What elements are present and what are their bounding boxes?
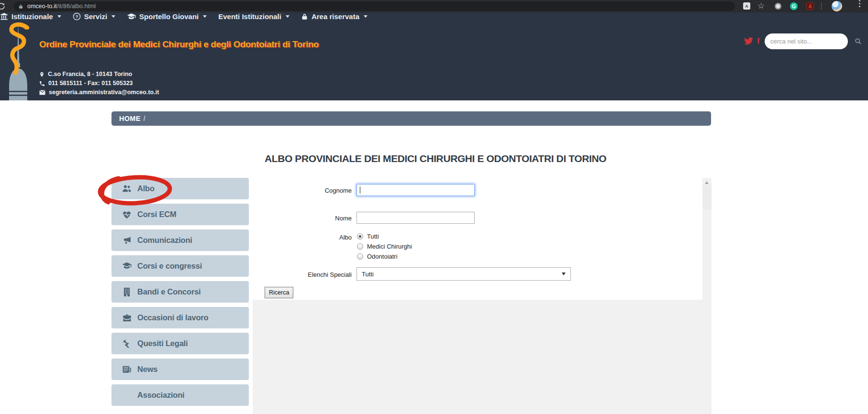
header-social-links: f bbox=[744, 37, 760, 45]
sidebar-item-label: News bbox=[137, 365, 157, 374]
lock-icon bbox=[301, 13, 308, 21]
nav-item-servizi[interactable]: ? Servizi bbox=[73, 12, 115, 21]
facebook-icon[interactable]: f bbox=[757, 37, 760, 45]
radio-icon[interactable] bbox=[357, 253, 363, 260]
sidebar-item-label: Associazioni bbox=[137, 391, 184, 400]
sidebar-item-news[interactable]: News bbox=[111, 359, 249, 380]
albo-label: Albo bbox=[285, 234, 352, 241]
url-domain: omceo-to.it bbox=[27, 3, 57, 10]
graduation-cap-icon bbox=[127, 13, 136, 21]
mole-antonelliana-logo[interactable] bbox=[5, 21, 32, 102]
albo-option-odontoiatri[interactable]: Odontoiatri bbox=[357, 253, 398, 260]
screenshot-root: omceo-to.it/it/86/albo.html A ☆ G A bbox=[0, 0, 868, 414]
cognome-input[interactable] bbox=[356, 184, 475, 196]
site-search bbox=[765, 33, 848, 49]
sidebar-item-bandi-e-concorsi[interactable]: Bandi e Concorsi bbox=[111, 281, 249, 303]
albo-option-medici-chirurghi[interactable]: Medici Chirurghi bbox=[357, 243, 412, 250]
sidebar-item-label: Bandi e Concorsi bbox=[137, 287, 201, 296]
grammarly-extension-icon[interactable]: G bbox=[790, 2, 798, 10]
ricerca-button[interactable]: Ricerca bbox=[265, 287, 293, 298]
address-bar[interactable]: omceo-to.it/it/86/albo.html bbox=[13, 1, 735, 11]
newspaper-icon bbox=[121, 365, 133, 373]
site-search-input[interactable] bbox=[770, 38, 855, 45]
radio-selected-icon[interactable] bbox=[357, 233, 363, 240]
svg-text:?: ? bbox=[75, 14, 78, 19]
radio-label: Tutti bbox=[367, 233, 379, 240]
nav-item-sportello-giovani[interactable]: Sportello Giovani bbox=[127, 12, 207, 21]
page-title: ALBO PROVINCIALE DEI MEDICI CHIRURGHI E … bbox=[265, 153, 606, 164]
contact-phone: 011 5815111 - Fax: 011 505323 bbox=[48, 79, 133, 88]
chevron-down-icon bbox=[57, 15, 61, 18]
nav-item-area-riservata[interactable]: Area riservata bbox=[301, 12, 367, 21]
twitter-icon[interactable] bbox=[744, 37, 753, 45]
sidebar-item-label: Comunicazioni bbox=[137, 236, 192, 245]
nav-label: Sportello Giovani bbox=[139, 12, 199, 21]
sidebar-item-comunicazioni[interactable]: Comunicazioni bbox=[111, 229, 249, 251]
sidebar-item-quesiti-legali[interactable]: Quesiti Legali bbox=[111, 333, 249, 354]
megaphone-icon bbox=[121, 236, 133, 245]
elenchi-speciali-label: Elenchi Speciali bbox=[285, 271, 352, 278]
phone-icon bbox=[39, 81, 45, 87]
heartbeat-icon bbox=[121, 210, 133, 219]
sidebar-item-corsi-ecm[interactable]: Corsi ECM bbox=[111, 204, 249, 225]
gavel-icon bbox=[121, 339, 133, 348]
browser-toolbar: omceo-to.it/it/86/albo.html A ☆ G A bbox=[0, 0, 868, 12]
sidebar-item-label: Corsi ECM bbox=[137, 210, 177, 219]
iframe-scrollbar[interactable] bbox=[702, 178, 712, 414]
cognome-label: Cognome bbox=[285, 187, 352, 194]
sidebar-item-label: Quesiti Legali bbox=[137, 339, 188, 348]
acrobat-extension-icon[interactable]: A bbox=[806, 2, 814, 10]
nav-label: Servizi bbox=[84, 12, 107, 21]
browser-menu-icon[interactable] bbox=[859, 3, 860, 4]
sidebar-item-label: Corsi e congressi bbox=[137, 261, 202, 271]
nome-label: Nome bbox=[285, 215, 352, 222]
nome-input[interactable] bbox=[356, 212, 475, 224]
graduation-cap-icon bbox=[121, 262, 133, 270]
breadcrumb: HOME / bbox=[111, 111, 711, 126]
sidebar-item-occasioni-di-lavoro[interactable]: Occasioni di lavoro bbox=[111, 307, 249, 328]
sidebar-item-associazioni[interactable]: Associazioni bbox=[111, 384, 249, 406]
radio-icon[interactable] bbox=[357, 243, 363, 250]
padlock-icon bbox=[18, 3, 23, 10]
nav-label: Istituzionale bbox=[11, 12, 53, 21]
chevron-down-icon bbox=[203, 15, 207, 18]
toolbar-divider bbox=[821, 2, 822, 10]
select-value: Tutti bbox=[362, 271, 374, 278]
sidebar-item-label: Albo bbox=[137, 184, 155, 193]
nav-label: Eventi Istituzionali bbox=[218, 12, 281, 21]
breadcrumb-separator: / bbox=[144, 115, 145, 122]
nav-item-istituzionale[interactable]: Istituzionale bbox=[0, 12, 61, 21]
scrollbar-thumb[interactable] bbox=[702, 185, 712, 209]
bookmark-star-icon[interactable]: ☆ bbox=[757, 1, 765, 11]
contact-email[interactable]: segreteria.amministrativa@omceo.to.it bbox=[49, 88, 159, 97]
contact-address: C.so Francia, 8 - 10143 Torino bbox=[48, 70, 132, 79]
sidebar-item-albo[interactable]: Albo bbox=[111, 178, 249, 199]
radio-label: Medici Chirurghi bbox=[367, 243, 412, 250]
search-icon[interactable] bbox=[855, 38, 862, 45]
radio-label: Odontoiatri bbox=[367, 253, 398, 260]
cognome-field-wrap bbox=[356, 184, 475, 196]
reload-icon[interactable] bbox=[0, 2, 6, 11]
site-title[interactable]: Ordine Provinciale dei Medici Chirurghi … bbox=[39, 39, 319, 50]
question-circle-icon: ? bbox=[73, 12, 81, 21]
extension-icon[interactable] bbox=[775, 3, 781, 10]
main-navigation: Istituzionale ? Servizi Sportello Giovan… bbox=[0, 12, 868, 21]
breadcrumb-home-link[interactable]: HOME bbox=[119, 115, 141, 122]
envelope-icon bbox=[39, 90, 45, 95]
albo-option-tutti[interactable]: Tutti bbox=[357, 233, 379, 240]
sidebar-item-corsi-e-congressi[interactable]: Corsi e congressi bbox=[111, 255, 249, 277]
results-area bbox=[253, 300, 702, 414]
text-cursor bbox=[360, 186, 360, 194]
browser-profile-avatar[interactable] bbox=[832, 1, 842, 11]
elenchi-speciali-select[interactable]: Tutti bbox=[356, 267, 571, 281]
users-icon bbox=[121, 185, 133, 193]
scrollbar-up-icon[interactable] bbox=[705, 181, 709, 184]
translate-extension-icon[interactable]: A bbox=[743, 2, 750, 10]
map-marker-icon bbox=[39, 71, 45, 78]
nav-label: Area riservata bbox=[312, 12, 359, 21]
url-path: /it/86/albo.html bbox=[57, 3, 96, 10]
chevron-down-icon bbox=[111, 15, 115, 18]
briefcase-icon bbox=[121, 314, 133, 322]
building-icon bbox=[121, 287, 133, 296]
nav-item-eventi-istituzionali[interactable]: Eventi Istituzionali bbox=[218, 12, 289, 21]
